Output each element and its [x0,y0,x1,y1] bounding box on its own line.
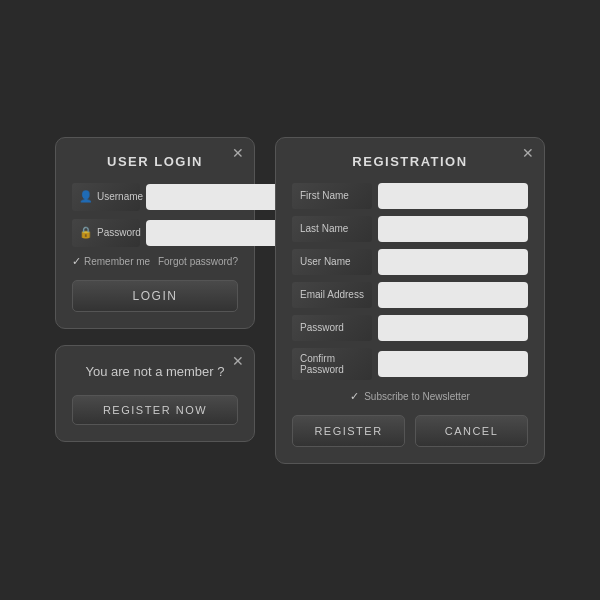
remember-me-label: Remember me [84,256,150,267]
lock-icon: 🔒 [79,226,93,239]
user-icon: 👤 [79,190,93,203]
password-input[interactable] [146,220,296,246]
user-name-label: User Name [292,249,372,275]
action-buttons: REGISTER CANCEL [292,415,528,447]
remember-me-option[interactable]: ✓ Remember me [72,255,150,268]
register-now-button[interactable]: REGISTER NOW [72,395,238,425]
username-field-row: 👤 Username [72,183,238,211]
subscribe-row[interactable]: ✓ Subscribe to Newsletter [292,390,528,403]
user-name-field-row: User Name [292,249,528,275]
last-name-input[interactable] [378,216,528,242]
not-member-panel: ✕ You are not a member ? REGISTER NOW [55,345,255,443]
password-field-row: 🔒 Password [72,219,238,247]
register-button[interactable]: REGISTER [292,415,405,447]
reg-username-input[interactable] [378,249,528,275]
reg-password-label: Password [292,315,372,341]
not-member-text: You are not a member ? [72,362,238,382]
subscribe-label: Subscribe to Newsletter [364,391,470,402]
confirm-password-input[interactable] [378,351,528,377]
login-title: USER LOGIN [72,154,238,169]
username-input[interactable] [146,184,296,210]
options-row: ✓ Remember me Forgot password? [72,255,238,268]
password-label: 🔒 Password [72,219,140,247]
confirm-password-label: Confirm Password [292,348,372,380]
email-input[interactable] [378,282,528,308]
last-name-field-row: Last Name [292,216,528,242]
cancel-button[interactable]: CANCEL [415,415,528,447]
confirm-password-field-row: Confirm Password [292,348,528,380]
first-name-label: First Name [292,183,372,209]
registration-title: REGISTRATION [292,154,528,169]
username-label: 👤 Username [72,183,140,211]
email-field-row: Email Address [292,282,528,308]
registration-close-button[interactable]: ✕ [522,146,534,160]
page-wrapper: ✕ USER LOGIN 👤 Username 🔒 Password ✓ [35,117,565,484]
last-name-label: Last Name [292,216,372,242]
first-name-input[interactable] [378,183,528,209]
login-panel: ✕ USER LOGIN 👤 Username 🔒 Password ✓ [55,137,255,329]
check-icon: ✓ [72,255,81,268]
subscribe-check-icon: ✓ [350,390,359,403]
first-name-field-row: First Name [292,183,528,209]
not-member-close-button[interactable]: ✕ [232,354,244,368]
reg-password-field-row: Password [292,315,528,341]
login-close-button[interactable]: ✕ [232,146,244,160]
registration-panel: ✕ REGISTRATION First Name Last Name User… [275,137,545,464]
left-column: ✕ USER LOGIN 👤 Username 🔒 Password ✓ [55,137,255,443]
reg-password-input[interactable] [378,315,528,341]
email-label: Email Address [292,282,372,308]
login-button[interactable]: LOGIN [72,280,238,312]
forgot-password-link[interactable]: Forgot password? [158,256,238,267]
